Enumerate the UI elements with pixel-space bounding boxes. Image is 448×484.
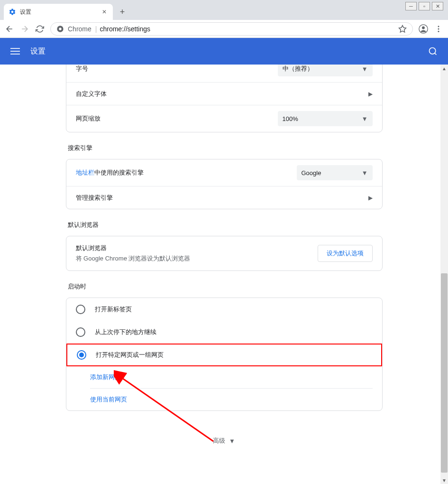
svg-rect-8 — [10, 48, 20, 49]
startup-option-label: 打开新标签页 — [95, 305, 132, 314]
radio-icon[interactable] — [76, 305, 85, 314]
dropdown-arrow-icon: ▼ — [362, 115, 368, 122]
svg-point-1 — [59, 28, 61, 30]
startup-sub-options: 添加新网页 使用当前网页 — [66, 366, 382, 410]
svg-point-7 — [438, 30, 439, 32]
custom-fonts-label: 自定义字体 — [76, 90, 368, 98]
address-bar: Chrome | chrome://settings — [0, 20, 448, 38]
radio-icon[interactable] — [76, 327, 85, 337]
startup-option-continue[interactable]: 从上次停下的地方继续 — [66, 321, 382, 344]
search-engine-label: 地址栏中使用的搜索引擎 — [76, 168, 297, 177]
search-engine-suffix: 中使用的搜索引擎 — [94, 169, 144, 176]
scroll-down-icon[interactable]: ▼ — [440, 476, 448, 484]
startup-option-specific[interactable]: 打开特定网页或一组网页 — [66, 344, 382, 366]
page-zoom-row[interactable]: 网页缩放 100% ▼ — [66, 105, 382, 132]
chevron-down-icon: ▼ — [229, 437, 235, 445]
set-default-button[interactable]: 设为默认选项 — [318, 245, 373, 262]
chevron-right-icon: ▶ — [368, 91, 373, 97]
window-controls: ─ ▫ ✕ — [405, 2, 443, 10]
search-engine-card: 地址栏中使用的搜索引擎 Google ▼ 管理搜索引擎 ▶ — [66, 159, 383, 209]
hamburger-icon[interactable] — [9, 46, 21, 57]
address-separator: | — [95, 25, 97, 33]
custom-fonts-row[interactable]: 自定义字体 ▶ — [66, 82, 382, 105]
default-browser-section-title: 默认浏览器 — [68, 221, 383, 229]
startup-section-title: 启动时 — [68, 282, 383, 291]
page-title: 设置 — [30, 47, 46, 56]
close-tab-icon[interactable]: ✕ — [101, 8, 108, 16]
font-size-row[interactable]: 字号 中（推荐） ▼ — [66, 65, 382, 82]
manage-search-label: 管理搜索引擎 — [76, 194, 368, 202]
svg-point-6 — [438, 28, 439, 29]
minimize-button[interactable]: ─ — [405, 2, 417, 10]
dropdown-arrow-icon: ▼ — [362, 65, 368, 73]
tab-title: 设置 — [20, 8, 31, 16]
close-window-button[interactable]: ✕ — [432, 2, 443, 10]
profile-button[interactable] — [419, 24, 428, 34]
use-current-page-link[interactable]: 使用当前网页 — [90, 389, 373, 410]
new-tab-button[interactable]: + — [116, 5, 129, 19]
menu-button[interactable] — [434, 24, 443, 34]
svg-point-4 — [422, 26, 425, 29]
tab-bar: 设置 ✕ + — [0, 0, 448, 20]
startup-card: 打开新标签页 从上次停下的地方继续 打开特定网页或一组网页 添加新网页 使用当前… — [66, 298, 383, 411]
font-size-value: 中（推荐） — [283, 65, 313, 73]
reload-button[interactable] — [35, 24, 45, 34]
svg-point-11 — [430, 48, 436, 54]
advanced-toggle[interactable]: 高级 ▼ — [66, 422, 383, 459]
gear-icon — [9, 8, 16, 16]
content-area: 字号 中（推荐） ▼ 自定义字体 ▶ 网页缩放 100% ▼ 搜索引擎 — [0, 65, 448, 484]
svg-line-12 — [435, 53, 437, 55]
svg-rect-10 — [10, 54, 20, 55]
page-zoom-value: 100% — [283, 115, 298, 122]
search-engine-row[interactable]: 地址栏中使用的搜索引擎 Google ▼ — [66, 159, 382, 186]
search-engine-value: Google — [302, 169, 321, 177]
search-engine-dropdown[interactable]: Google ▼ — [297, 165, 373, 180]
font-size-label: 字号 — [76, 65, 278, 73]
address-path: chrome://settings — [100, 25, 150, 33]
startup-option-newtab[interactable]: 打开新标签页 — [66, 298, 382, 321]
scroll-thumb[interactable] — [441, 273, 448, 473]
font-size-dropdown[interactable]: 中（推荐） ▼ — [278, 65, 373, 76]
default-browser-card: 默认浏览器 将 Google Chrome 浏览器设为默认浏览器 设为默认选项 — [66, 236, 383, 271]
address-bar-link[interactable]: 地址栏 — [76, 169, 94, 176]
default-browser-subtitle: 将 Google Chrome 浏览器设为默认浏览器 — [76, 254, 318, 263]
forward-button[interactable] — [20, 24, 29, 34]
chrome-icon — [56, 25, 64, 33]
back-button[interactable] — [5, 24, 14, 34]
svg-point-5 — [438, 26, 439, 27]
advanced-label: 高级 — [213, 437, 225, 445]
vertical-scrollbar[interactable]: ▲ ▼ — [440, 65, 448, 484]
chevron-right-icon: ▶ — [368, 195, 373, 201]
scroll-up-icon[interactable]: ▲ — [440, 65, 448, 72]
maximize-button[interactable]: ▫ — [419, 2, 430, 10]
startup-option-label: 从上次停下的地方继续 — [95, 328, 156, 336]
dropdown-arrow-icon: ▼ — [362, 169, 368, 177]
add-new-page-link[interactable]: 添加新网页 — [90, 366, 373, 389]
page-zoom-dropdown[interactable]: 100% ▼ — [278, 111, 373, 126]
svg-marker-2 — [399, 25, 406, 32]
search-section-title: 搜索引擎 — [68, 144, 383, 152]
settings-header: 设置 — [0, 38, 448, 65]
star-icon[interactable] — [398, 25, 407, 33]
appearance-card: 字号 中（推荐） ▼ 自定义字体 ▶ 网页缩放 100% ▼ — [66, 65, 383, 132]
browser-tab[interactable]: 设置 ✕ — [4, 4, 113, 20]
svg-rect-9 — [10, 51, 20, 52]
manage-search-row[interactable]: 管理搜索引擎 ▶ — [66, 186, 382, 209]
search-icon[interactable] — [427, 46, 439, 57]
startup-option-label: 打开特定网页或一组网页 — [96, 351, 164, 359]
page-zoom-label: 网页缩放 — [76, 114, 278, 123]
address-prefix: Chrome — [68, 25, 91, 33]
address-input[interactable]: Chrome | chrome://settings — [50, 22, 413, 36]
default-browser-title: 默认浏览器 — [76, 244, 318, 252]
radio-icon[interactable] — [77, 350, 86, 360]
